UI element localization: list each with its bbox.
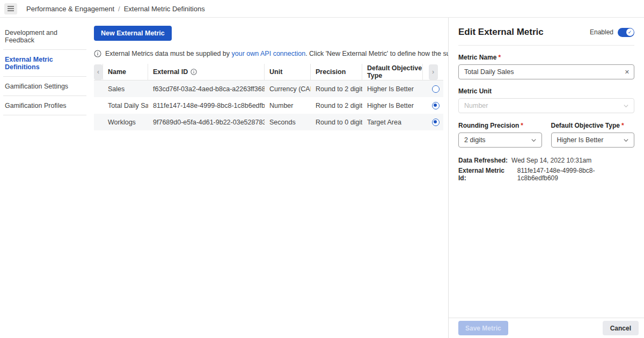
rounding-precision-select[interactable]: 2 digits [458,133,542,148]
default-objective-type-value: Higher Is Better [557,136,604,144]
table-header: ‹ Name External ID Unit Precision Defaul… [94,64,443,80]
chevron-down-icon [623,103,629,109]
top-bar: Performance & Engagement / External Metr… [0,0,644,18]
save-metric-button[interactable]: Save Metric [458,321,508,335]
panel-footer: Save Metric Cancel [449,318,644,338]
row-select-radio[interactable] [432,119,440,126]
external-id-value: 811fe147-148e-4999-8bc8-1c8b6edfb609 [153,102,265,109]
info-icon [94,50,101,57]
external-id-value: 9f7689d0-e5fa-4d61-9b22-03e5287838c4 [153,119,265,126]
new-external-metric-button[interactable]: New External Metric [94,26,172,41]
default-objective-type-select[interactable]: Higher Is Better [551,133,635,148]
panel-divider [458,45,634,46]
main-content: New External Metric External Metrics dat… [90,18,448,338]
external-metric-id-value: 811fe147-148e-4999-8bc8-1c8b6edfb609 [517,167,634,182]
breadcrumb-parent[interactable]: Performance & Engagement [26,5,114,13]
cancel-button[interactable]: Cancel [603,321,639,335]
column-header-precision: Precision [311,64,362,80]
table-row-worklogs[interactable]: Worklogs 9f7689d0-e5fa-4d61-9b22-03e5287… [94,114,443,130]
metric-unit-label: Metric Unit [458,87,634,95]
sidebar-item-external-metric-definitions[interactable]: External Metric Definitions [3,50,86,77]
sidebar-item-development-and-feedback[interactable]: Development and Feedback [3,23,86,50]
scroll-right-button[interactable]: › [429,64,438,80]
metric-meta: Data Refreshed: Wed Sep 14, 2022 10:31am… [458,157,634,182]
metric-unit-select[interactable]: Number [458,98,634,113]
info-text: External Metrics data must be supplied b… [105,50,448,57]
external-id-value: f63cd76f-03a2-4aed-b8ca-a2263ff368ec [153,85,265,93]
breadcrumb: Performance & Engagement / External Metr… [26,5,205,13]
data-refreshed-value: Wed Sep 14, 2022 10:31am [511,157,591,164]
hamburger-menu-icon[interactable] [4,3,17,14]
required-marker: * [521,122,523,129]
row-select-radio[interactable] [432,85,440,93]
sidebar-item-gamification-settings[interactable]: Gamification Settings [3,77,86,96]
external-metric-id-label: External Metric Id: [458,167,514,182]
info-banner: External Metrics data must be supplied b… [94,50,448,57]
table-row-total-daily-sales[interactable]: Total Daily Sales 811fe147-148e-4999-8bc… [94,97,443,114]
info-icon [191,69,197,75]
breadcrumb-current: External Metric Definitions [124,5,205,13]
row-select-radio[interactable] [432,102,440,109]
column-header-default-objective-type: Default Objective Type [362,64,423,80]
rounding-precision-value: 2 digits [464,136,486,144]
clear-icon[interactable]: ✕ [625,68,630,76]
required-marker: * [498,54,501,61]
check-icon: ✓ [626,28,634,36]
data-refreshed-label: Data Refreshed: [458,157,508,164]
metric-name-label: Metric Name* [458,54,634,61]
column-header-external-id: External ID [148,64,265,80]
breadcrumb-separator: / [118,5,120,13]
column-header-name: Name [103,64,148,80]
edit-metric-panel: Edit External Metric Enabled ✓ Metric Na… [448,18,644,338]
table-row-sales[interactable]: Sales f63cd76f-03a2-4aed-b8ca-a2263ff368… [94,80,443,97]
scroll-left-button[interactable]: ‹ [94,64,103,80]
chevron-down-icon [623,137,629,143]
metric-unit-placeholder: Number [464,102,488,109]
sidebar: Development and Feedback External Metric… [0,18,90,338]
metric-name-input[interactable] [458,64,634,79]
default-objective-type-label: Default Objective Type* [551,122,635,129]
column-header-unit: Unit [265,64,311,80]
rounding-precision-label: Rounding Precision* [458,122,542,129]
metrics-table: ‹ Name External ID Unit Precision Defaul… [94,64,443,130]
chevron-down-icon [531,137,537,143]
api-connection-link[interactable]: your own API connection [232,50,306,57]
required-marker: * [621,122,624,129]
enabled-label: Enabled [590,28,613,36]
enabled-toggle[interactable]: ✓ [618,28,634,37]
panel-title: Edit External Metric [458,27,544,38]
sidebar-item-gamification-profiles[interactable]: Gamification Profiles [3,96,86,115]
